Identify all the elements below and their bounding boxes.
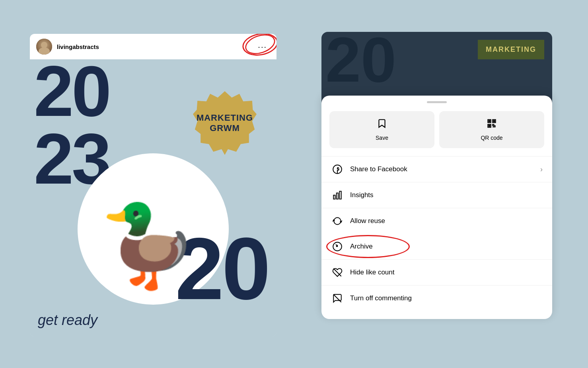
svg-rect-6	[489, 125, 490, 126]
qr-icon	[487, 118, 497, 131]
svg-rect-10	[339, 191, 341, 199]
number-20-top: 20	[34, 59, 109, 127]
qr-label: QR code	[481, 135, 502, 141]
commenting-label: Turn off commenting	[350, 294, 543, 302]
save-button[interactable]: Save	[329, 111, 434, 148]
hide-like-icon	[331, 266, 344, 279]
duck-image: 🦆	[99, 199, 198, 293]
username-label: livingabstracts	[57, 43, 255, 50]
save-label: Save	[376, 135, 388, 141]
allow-reuse-item[interactable]: Allow reuse	[321, 208, 552, 234]
svg-rect-5	[493, 120, 495, 121]
turn-off-commenting-item[interactable]: Turn off commenting	[321, 285, 552, 311]
marketing-banner: MARKETING	[478, 40, 544, 59]
allow-reuse-label: Allow reuse	[350, 217, 543, 225]
archive-item[interactable]: Archive	[321, 234, 552, 259]
svg-rect-4	[489, 120, 490, 121]
hide-like-label: Hide like count	[350, 268, 543, 276]
right-panel: 20 MARKETING Save	[321, 32, 552, 350]
archive-wrapper: Archive	[321, 234, 552, 259]
svg-rect-8	[333, 195, 335, 199]
post-content: 20 23 MARKETINGGRWM 🦆 20 get ready	[30, 59, 276, 337]
more-button-wrapper: ···	[255, 41, 270, 53]
reuse-icon	[331, 215, 344, 227]
avatar	[36, 39, 52, 55]
starburst-badge: MARKETINGGRWM	[193, 91, 257, 155]
qr-code-button[interactable]: QR code	[439, 111, 544, 148]
svg-rect-9	[337, 193, 338, 199]
archive-icon	[331, 240, 344, 253]
instagram-post-panel: livingabstracts ··· 20 23 MARKETINGGRWM …	[30, 34, 276, 337]
share-facebook-label: Share to Facebook	[350, 165, 540, 173]
insights-icon	[331, 189, 344, 202]
save-icon	[377, 118, 387, 131]
facebook-icon	[331, 163, 344, 176]
insights-label: Insights	[350, 191, 543, 199]
insights-item[interactable]: Insights	[321, 182, 552, 208]
phone-drawer: Save QR code	[321, 96, 552, 319]
archive-label: Archive	[350, 243, 543, 251]
hide-like-count-item[interactable]: Hide like count	[321, 259, 552, 285]
drawer-handle	[427, 101, 447, 103]
commenting-icon	[331, 292, 344, 305]
share-facebook-item[interactable]: Share to Facebook ›	[321, 156, 552, 182]
post-header: livingabstracts ···	[30, 34, 276, 59]
more-options-button[interactable]: ···	[255, 41, 270, 53]
get-ready-text: get ready	[38, 312, 97, 329]
badge-text: MARKETINGGRWM	[197, 113, 253, 134]
bg-numbers: 20	[325, 32, 396, 92]
chevron-icon: ›	[540, 165, 543, 174]
action-buttons: Save QR code	[321, 111, 552, 148]
